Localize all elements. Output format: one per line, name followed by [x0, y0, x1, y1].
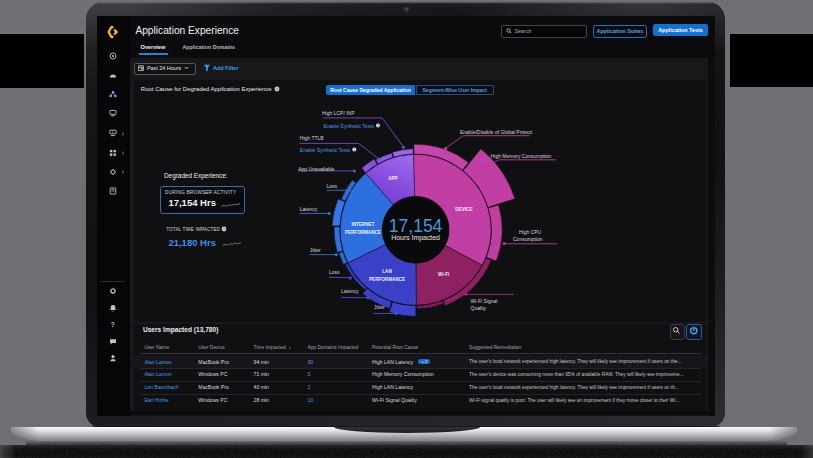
svg-text:PERFORMANCE: PERFORMANCE — [369, 277, 405, 282]
svg-text:High CPU: High CPU — [519, 229, 542, 235]
svg-text:Loss: Loss — [329, 269, 340, 275]
svg-text:Consumption: Consumption — [513, 236, 543, 242]
svg-text:Enable/Disable of Global Prote: Enable/Disable of Global Protect — [460, 129, 533, 135]
svg-text:Enable Synthetic Tests: Enable Synthetic Tests — [323, 123, 374, 129]
svg-text:Loss: Loss — [327, 183, 338, 189]
svg-text:PERFORMANCE: PERFORMANCE — [345, 230, 381, 235]
svg-text:17,154: 17,154 — [389, 216, 443, 236]
svg-text:Jitter: Jitter — [310, 247, 321, 253]
svg-text:i: i — [378, 124, 379, 128]
svg-text:Hours Impacted: Hours Impacted — [391, 234, 440, 242]
svg-text:DEVICE: DEVICE — [455, 207, 472, 212]
svg-text:Wi-Fi Signal: Wi-Fi Signal — [471, 298, 498, 304]
svg-text:i: i — [224, 228, 225, 232]
svg-text:App Unavailable: App Unavailable — [298, 166, 335, 172]
svg-text:APP: APP — [388, 176, 397, 181]
svg-text:Wi-Fi: Wi-Fi — [438, 272, 449, 277]
svg-text:i: i — [354, 148, 355, 152]
svg-text:High TTLB: High TTLB — [300, 135, 324, 141]
svg-text:Latency: Latency — [341, 288, 359, 294]
svg-text:Enable Synthetic Tests: Enable Synthetic Tests — [300, 147, 351, 153]
svg-text:Latency: Latency — [300, 206, 318, 212]
svg-text:Quality: Quality — [471, 305, 487, 311]
svg-text:INTERNET: INTERNET — [351, 222, 374, 227]
svg-text:LAN: LAN — [382, 269, 392, 274]
svg-text:High Memory Consumption: High Memory Consumption — [491, 153, 552, 159]
svg-text:Jitter: Jitter — [374, 304, 385, 310]
svg-text:i: i — [276, 87, 277, 91]
svg-text:High LCP/ INP: High LCP/ INP — [322, 110, 355, 116]
